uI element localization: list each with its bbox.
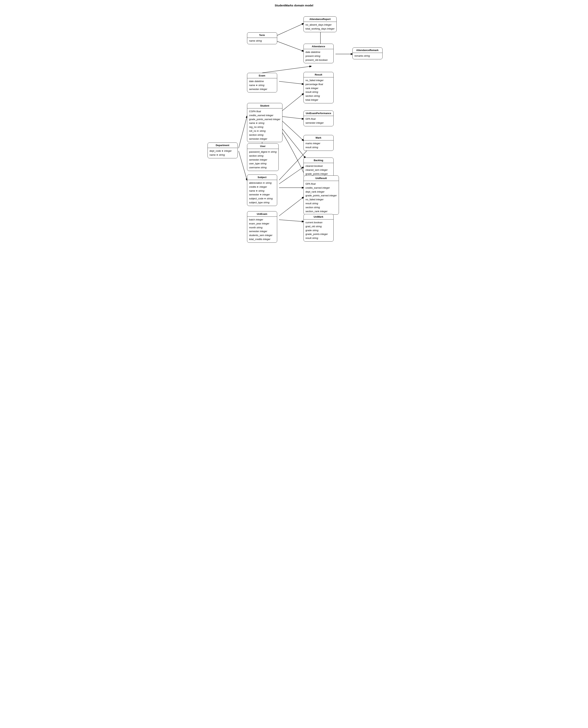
field-name: cleared [306,164,314,167]
field-row: percentage float [306,82,332,86]
field-type: integer [260,88,267,90]
field-type: integer [263,238,270,241]
field-row: present_old boolean [306,58,332,62]
field-row: GPA float [306,182,337,186]
entity-header-backlog: Backlog [304,158,333,163]
field-name: cleared_sem [306,168,320,171]
entity-body-exam: date datetimename ∗ stringsemester integ… [247,78,277,92]
field-name: rank [306,87,311,89]
field-type: integer [320,173,328,175]
field-type: integer [260,158,267,161]
field-row: month string [249,226,275,230]
entity-body-student: CGPA floatcredits_earned integergrade_po… [247,108,282,142]
field-type: string [257,154,264,157]
field-row: semester integer [249,87,275,91]
field-row: present string [306,54,332,58]
entity-uniexam: UniExambatch integerexam_year integermon… [247,211,277,243]
field-name: section [249,154,258,157]
field-row: grade_points_earned integer [306,194,337,198]
field-name: section_rank [306,210,320,213]
entity-body-subject: abbreviation ∗ stringcredits ∗ integerna… [247,180,277,206]
svg-line-15 [279,197,303,216]
entity-subject: Subjectabbreviation ∗ stringcredits ∗ in… [247,175,277,206]
field-type: string [260,129,266,132]
field-name: month [249,226,257,229]
field-name: result [306,237,312,240]
entity-header-attendance: Attendance [304,44,333,49]
field-type: string [256,226,262,229]
field-row: grad_old string [306,225,332,228]
svg-line-7 [279,116,303,119]
field-row: dept_rank integer [306,190,337,194]
field-type: integer [324,23,332,26]
field-row: semester integer [249,158,277,162]
field-type: string [314,206,320,209]
field-type: string [312,237,318,240]
field-row: rank integer [306,86,332,90]
field-row: exam_year integer [249,222,275,226]
field-row: students_sem integer [249,234,275,237]
field-name: total_credits [249,238,263,241]
field-type: integer [327,27,335,30]
field-type: string [260,166,267,169]
field-type: string [264,201,270,204]
field-row: dept_code ∗ integer [210,149,236,153]
entity-body-backlog: cleared booleancleared_sem integergrade_… [304,163,333,177]
field-row: total_credits integer [249,237,275,241]
field-row: result string [306,145,332,149]
entity-body-mark: marks integerresult string [304,140,333,150]
field-row: name ∗ string [249,121,280,125]
field-name: students_sem [249,234,265,237]
entity-unimark: UniMarkcurrent booleangrad_old stringgra… [303,214,334,242]
field-type: integer [316,198,323,201]
field-row: semester integer [306,121,332,125]
field-type: string [312,146,318,149]
field-row: total_working_days integer [306,27,335,31]
entity-body-unimark: current booleangrad_old stringgrade stri… [304,220,333,241]
field-type: string [312,90,318,94]
field-row: section_rank integer [306,209,337,214]
field-type: string [267,197,273,200]
entity-header-uniexam: UniExam [247,211,277,217]
field-type: string [316,225,322,228]
field-type: string [312,202,318,205]
field-row: marks integer [306,142,332,145]
field-row: password_digest ∗ string [249,150,277,154]
entity-header-department: Department [208,143,237,148]
field-name: name ∗ [249,122,258,124]
field-name: GPA [306,182,311,185]
field-name: credits_earned [249,114,266,117]
field-name: grade [306,229,313,232]
field-type: integer [311,87,318,89]
field-name: semester [249,88,260,90]
field-row: batch integer [249,218,275,222]
entity-uniresult: UniResultGPA floatcredits_earned integer… [303,176,339,215]
field-row: credits_earned integer [249,114,280,118]
entity-body-user: password_digest ∗ stringsection stringse… [247,149,279,171]
entity-header-user: User [247,144,279,149]
field-type: float [318,83,323,86]
field-type: integer [266,114,273,117]
field-row: current boolean [306,221,332,225]
field-row: credits_earned integer [306,186,337,190]
field-name: password_digest ∗ [249,150,271,153]
field-row: semester integer [249,137,280,141]
entity-body-attendanceremark: remarks string [353,53,382,59]
field-name: percentage [306,83,318,86]
field-name: present_old [306,59,319,61]
field-row: user_type string [249,162,277,166]
field-row: name ∗ string [249,189,275,193]
field-name: total [306,99,311,101]
field-row: grade_points integer [306,232,332,236]
field-type: integer [311,99,318,101]
field-row: total integer [306,98,332,102]
entity-body-attendancereport: no_absent_days integertotal_working_days… [304,22,337,32]
entity-header-mark: Mark [304,135,333,140]
svg-line-9 [238,116,247,148]
field-name: section [306,95,314,97]
field-row: date datetime [249,79,275,83]
field-type: string [314,95,320,97]
field-type: boolean [319,59,328,61]
field-name: total_working_days [306,27,327,30]
field-name: section [306,206,314,209]
